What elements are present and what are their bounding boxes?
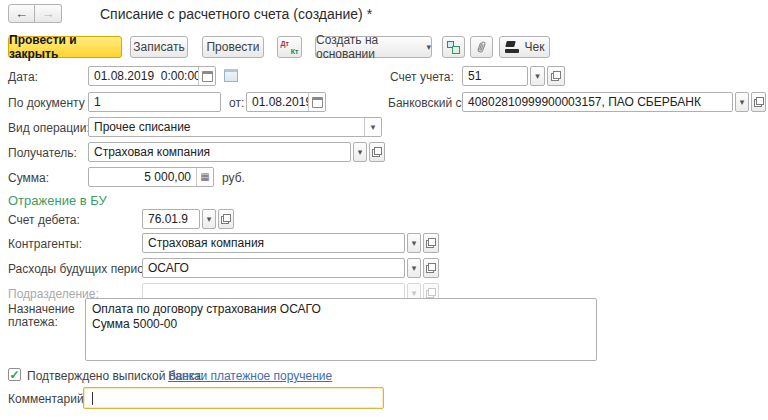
- calendar-icon: [202, 71, 213, 82]
- related-documents-icon: [447, 41, 460, 54]
- currency-label: руб.: [222, 171, 245, 185]
- comment-label: Комментарий:: [8, 392, 87, 406]
- payee-open-button[interactable]: [369, 142, 385, 162]
- counterparty-label: Контрагенты:: [8, 237, 82, 251]
- open-icon: [426, 263, 436, 273]
- show-postings-button[interactable]: ДтКт: [277, 36, 302, 58]
- payment-purpose-textarea[interactable]: Оплата по договору страхования ОСАГО Сум…: [85, 298, 597, 361]
- back-button[interactable]: ←: [8, 4, 35, 23]
- deferred-expenses-input[interactable]: ОСАГО: [142, 258, 405, 278]
- chevron-down-icon: ▾: [207, 215, 212, 224]
- bank-confirmed-checkbox[interactable]: ✓: [8, 368, 21, 381]
- debit-account-dropdown-button[interactable]: ▾: [202, 209, 216, 229]
- post-button[interactable]: Провести: [202, 36, 264, 58]
- payee-label: Получатель:: [8, 146, 77, 160]
- cash-register-icon: [505, 41, 520, 53]
- payment-purpose-label-2: платежа:: [8, 315, 58, 329]
- forward-button[interactable]: →: [35, 4, 62, 23]
- open-icon: [754, 97, 764, 107]
- amount-label: Сумма:: [8, 171, 49, 185]
- debit-account-label: Счет дебета:: [8, 213, 80, 227]
- chevron-down-icon: ▾: [371, 123, 376, 132]
- chevron-down-icon: ▾: [426, 43, 431, 52]
- doc-date-input[interactable]: 01.08.2019: [246, 92, 326, 112]
- list-view-icon[interactable]: [224, 69, 238, 82]
- counterparty-dropdown-button[interactable]: ▾: [407, 233, 421, 253]
- deferred-expenses-open-button[interactable]: [423, 258, 439, 278]
- calendar-picker-button[interactable]: [198, 67, 215, 85]
- paperclip-icon: [475, 40, 488, 54]
- payment-purpose-label: Назначение: [8, 302, 75, 316]
- amount-input[interactable]: 5 000,00 ▦: [88, 167, 214, 187]
- payee-input[interactable]: Страховая компания: [88, 142, 351, 162]
- account-label: Счет учета:: [390, 70, 454, 84]
- chevron-down-icon: ▾: [358, 148, 363, 157]
- open-icon: [372, 147, 382, 157]
- open-icon: [426, 238, 436, 248]
- calculator-icon: ▦: [200, 172, 209, 182]
- bank-account-input[interactable]: 40802810999900003157, ПАО СБЕРБАНК: [462, 92, 733, 112]
- receipt-button[interactable]: Чек: [499, 36, 550, 58]
- forward-arrow-icon: →: [42, 6, 55, 21]
- counterparty-open-button[interactable]: [423, 233, 439, 253]
- account-dropdown-button[interactable]: ▾: [530, 66, 545, 86]
- related-documents-button[interactable]: [442, 36, 465, 58]
- calculator-button[interactable]: ▦: [196, 168, 213, 186]
- open-icon: [551, 71, 561, 81]
- debit-account-open-button[interactable]: [218, 209, 234, 229]
- bank-account-dropdown-button[interactable]: ▾: [735, 92, 749, 112]
- comment-input[interactable]: [83, 387, 384, 409]
- chevron-down-icon: ▾: [412, 239, 417, 248]
- date-input[interactable]: 01.08.2019 0:00:00: [88, 66, 216, 86]
- calendar-icon: [312, 97, 323, 108]
- write-button[interactable]: Записать: [130, 36, 188, 58]
- calendar-picker-button[interactable]: [308, 93, 325, 111]
- operation-type-dropdown-button[interactable]: ▾: [364, 118, 381, 136]
- post-and-close-button[interactable]: Провести и закрыть: [8, 36, 122, 58]
- chevron-down-icon: ▾: [412, 264, 417, 273]
- page-title: Списание с расчетного счета (создание) *: [100, 6, 372, 22]
- counterparty-input[interactable]: Страховая компания: [142, 233, 405, 253]
- attachments-button[interactable]: [470, 36, 493, 58]
- doc-date-from-label: от:: [229, 96, 244, 110]
- bank-account-open-button[interactable]: [751, 92, 766, 112]
- enter-payment-order-link[interactable]: Ввести платежное поручение: [168, 369, 332, 383]
- bu-section-title: Отражение в БУ: [8, 193, 107, 208]
- doc-number-input[interactable]: 1: [88, 92, 221, 112]
- text-cursor: [92, 392, 93, 405]
- nav-buttons: ← →: [8, 4, 62, 23]
- chevron-down-icon: ▾: [412, 289, 417, 298]
- deferred-expenses-dropdown-button[interactable]: ▾: [407, 258, 421, 278]
- open-icon: [426, 288, 436, 298]
- chevron-down-icon: ▾: [740, 98, 745, 107]
- operation-type-select[interactable]: Прочее списание ▾: [88, 117, 382, 137]
- back-arrow-icon: ←: [15, 6, 28, 21]
- checkmark-icon: ✓: [9, 370, 19, 380]
- debit-account-input[interactable]: 76.01.9: [142, 209, 200, 229]
- create-based-on-button[interactable]: Создать на основании ▾: [315, 36, 432, 58]
- account-open-button[interactable]: [547, 66, 565, 86]
- date-label: Дата:: [8, 70, 38, 84]
- dtkt-icon: ДтКт: [280, 40, 300, 55]
- chevron-down-icon: ▾: [535, 72, 540, 81]
- open-icon: [221, 214, 231, 224]
- document-form-window: ← → Списание с расчетного счета (создани…: [0, 0, 768, 420]
- payee-dropdown-button[interactable]: ▾: [353, 142, 367, 162]
- account-input[interactable]: 51: [462, 66, 528, 86]
- operation-type-label: Вид операции:: [8, 121, 90, 135]
